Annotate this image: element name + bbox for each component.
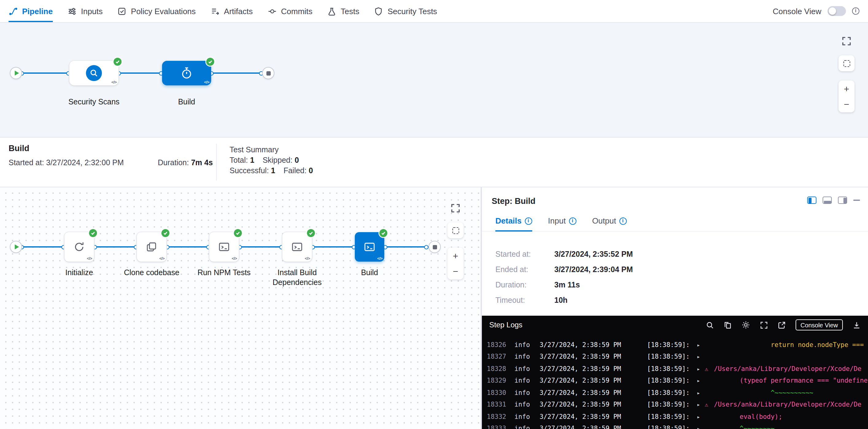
marquee-select-button[interactable] — [447, 222, 463, 238]
step-node-run-npm-tests[interactable]: </> — [209, 232, 239, 262]
expand-arrow-icon[interactable]: ▸ — [697, 411, 705, 423]
console-view-button[interactable]: Console View — [796, 319, 843, 330]
log-time: [18:38:59]: — [647, 410, 697, 422]
tab-input[interactable]: Input i — [548, 216, 576, 231]
log-text: eval(body); — [705, 410, 782, 422]
stage-start-node[interactable] — [10, 241, 22, 253]
fullscreen-icon[interactable] — [760, 321, 768, 329]
layout-left-icon[interactable] — [807, 196, 816, 204]
tab-policy-evaluations[interactable]: Policy Evaluations — [118, 0, 196, 22]
marquee-select-button[interactable] — [839, 55, 855, 71]
tab-inputs[interactable]: Inputs — [67, 0, 103, 22]
console-view-toggle[interactable] — [828, 6, 846, 16]
marquee-select-icon — [843, 60, 850, 67]
pipeline-start-node[interactable] — [10, 67, 22, 79]
step-label[interactable]: Build — [336, 268, 403, 278]
external-link-icon[interactable] — [778, 321, 786, 329]
tab-label: Security Tests — [388, 6, 437, 16]
step-node-initialize[interactable]: </> — [64, 232, 94, 262]
info-icon[interactable]: i — [852, 7, 859, 15]
detail-row: Ended at: 3/27/2024, 2:39:04 PM — [495, 265, 868, 274]
detail-label: Started at: — [495, 250, 554, 258]
tab-commits[interactable]: Commits — [268, 0, 313, 22]
detail-value: 3/27/2024, 2:39:04 PM — [554, 265, 633, 274]
step-label[interactable]: Clone codebase — [118, 268, 185, 278]
info-icon[interactable]: i — [569, 217, 576, 224]
zoom-in-button[interactable]: + — [839, 81, 855, 96]
step-label[interactable]: Run NPM Tests — [190, 268, 258, 278]
step-node-install-build-dependencies[interactable]: </> — [282, 232, 312, 262]
expand-arrow-icon[interactable]: ▸ — [697, 351, 705, 363]
step-label-line2: Dependencies — [264, 278, 331, 287]
log-line-number: 18326 — [487, 339, 515, 350]
expand-arrow-icon[interactable]: ▸ — [697, 340, 705, 351]
tab-label: Commits — [281, 6, 313, 16]
pipeline-execution-page: Pipeline Inputs Policy Evaluations Artif… — [0, 0, 868, 429]
step-label[interactable]: Install Build Dependencies — [264, 268, 331, 287]
tab-label: Input — [548, 216, 566, 225]
detail-row: Timeout: 10h — [495, 296, 868, 305]
zoom-out-button[interactable]: − — [447, 264, 463, 279]
pipeline-end-node[interactable] — [262, 67, 274, 79]
code-icon: </> — [159, 256, 164, 261]
copy-icon[interactable] — [724, 321, 732, 329]
search-icon[interactable] — [706, 321, 714, 329]
log-line-number: 18331 — [487, 399, 515, 410]
tab-tests[interactable]: Tests — [327, 0, 360, 22]
stage-summary-bar: Build Started at: 3/27/2024, 2:32:00 PM … — [0, 137, 868, 187]
success-check-icon — [89, 229, 97, 237]
expand-arrow-icon[interactable]: ▸ — [697, 400, 705, 411]
nav-right-controls: Console View i — [773, 0, 859, 22]
code-icon: </> — [377, 256, 382, 261]
step-logs-body[interactable]: 18326 info 3/27/2024, 2:38:59 PM [18:38:… — [482, 334, 868, 429]
step-label[interactable]: Initialize — [45, 268, 113, 278]
step-node-build[interactable]: </> — [355, 232, 384, 262]
started-value: 3/27/2024, 2:32:00 PM — [46, 158, 124, 167]
detail-label: Ended at: — [495, 265, 554, 274]
step-graph-canvas[interactable]: </> </> </> </> </> Initialize Clone — [0, 187, 481, 429]
started-label: Started at: — [9, 158, 44, 167]
stage-label[interactable]: Build — [150, 97, 223, 107]
log-date: 3/27/2024, 2:38:59 PM — [539, 399, 647, 410]
fullscreen-icon[interactable] — [842, 36, 851, 46]
stage-node-build[interactable]: </> — [162, 61, 211, 85]
collapse-panel-icon[interactable] — [853, 200, 860, 201]
expand-arrow-icon[interactable]: ▸ — [697, 388, 705, 399]
detail-row: Started at: 3/27/2024, 2:35:52 PM — [495, 250, 868, 258]
layout-right-icon[interactable] — [838, 196, 847, 204]
zoom-out-button[interactable]: − — [839, 96, 855, 112]
step-node-clone-codebase[interactable]: </> — [137, 232, 166, 262]
warning-icon: ⚠ — [705, 364, 714, 375]
info-icon[interactable]: i — [619, 217, 626, 224]
expand-arrow-icon[interactable]: ▸ — [697, 364, 705, 375]
connector-dot — [424, 245, 429, 249]
tab-label: Output — [592, 216, 616, 225]
stage-graph-canvas[interactable]: </> </> Security Scans Build + − — [0, 23, 868, 137]
connector-line — [94, 246, 137, 247]
log-line-number: 18332 — [487, 410, 515, 422]
success-check-icon — [161, 229, 169, 237]
zoom-in-button[interactable]: + — [447, 248, 463, 264]
stage-node-security-scans[interactable]: </> — [69, 61, 119, 85]
expand-arrow-icon[interactable]: ▸ — [697, 423, 705, 429]
gear-icon[interactable] — [742, 320, 750, 329]
code-icon: </> — [87, 256, 92, 261]
stage-label[interactable]: Security Scans — [57, 97, 131, 107]
download-icon[interactable] — [852, 321, 861, 329]
expand-arrow-icon[interactable]: ▸ — [697, 375, 705, 387]
zoom-controls: + − — [839, 81, 855, 113]
tab-output[interactable]: Output i — [592, 216, 626, 231]
tab-artifacts[interactable]: Artifacts — [211, 0, 253, 22]
info-icon[interactable]: i — [525, 217, 532, 224]
tab-details[interactable]: Details i — [495, 216, 532, 231]
tab-security-tests[interactable]: Security Tests — [374, 0, 437, 22]
summary-divider — [216, 144, 217, 181]
tab-pipeline[interactable]: Pipeline — [9, 0, 53, 22]
zoom-controls: + − — [447, 247, 463, 279]
fullscreen-icon[interactable] — [451, 203, 460, 213]
success-check-icon — [379, 229, 388, 237]
log-level: info — [515, 423, 539, 429]
layout-bottom-icon[interactable] — [823, 196, 832, 204]
duration-label: Duration: — [158, 158, 189, 167]
stage-end-node[interactable] — [429, 241, 441, 253]
